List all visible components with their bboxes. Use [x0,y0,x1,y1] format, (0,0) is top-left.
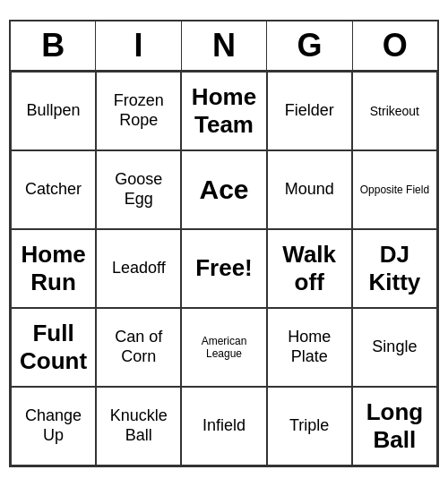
cell-label: Frozen Rope [100,91,177,130]
cell-r1-c4: Opposite Field [352,150,437,229]
cell-label: Catcher [25,180,82,200]
cell-label: Single [372,337,417,357]
cell-label: Ace [199,174,248,206]
cell-label: Home Run [15,241,91,296]
cell-label: Full Count [15,320,91,375]
header-letter: G [267,21,352,70]
cell-r0-c0: Bullpen [11,72,96,150]
cell-r4-c2: Infield [181,387,266,466]
cell-label: Strikeout [370,104,419,119]
cell-label: Opposite Field [360,184,429,196]
cell-label: Infield [202,416,246,436]
cell-label: Home Team [185,83,262,139]
cell-r2-c0: Home Run [11,229,96,308]
header-letter: I [96,21,181,70]
cell-r1-c3: Mound [267,150,352,229]
cell-label: Mound [285,180,334,200]
header-letter: O [353,21,437,70]
cell-r2-c4: DJ Kitty [352,229,437,308]
cell-r4-c3: Triple [267,387,352,466]
cell-label: Change Up [15,406,91,445]
cell-r3-c4: Single [352,308,437,387]
cell-label: Fielder [285,101,334,121]
cell-r4-c4: Long Ball [352,387,437,466]
cell-r2-c3: Walk off [267,229,352,308]
cell-r4-c1: Knuckle Ball [96,387,181,466]
cell-r0-c1: Frozen Rope [96,72,181,150]
cell-r3-c3: Home Plate [267,308,352,387]
cell-r1-c1: Goose Egg [96,150,181,229]
cell-label: Knuckle Ball [100,406,177,445]
cell-r1-c0: Catcher [11,150,96,229]
cell-r3-c2: American League [181,308,266,387]
cell-label: Bullpen [27,101,81,121]
cell-label: Goose Egg [100,170,177,209]
cell-label: DJ Kitty [357,241,433,296]
bingo-header: BINGO [11,21,437,72]
cell-label: Leadoff [112,259,166,278]
header-letter: B [11,21,96,70]
cell-label: Home Plate [271,328,348,366]
cell-r3-c1: Can of Corn [96,308,181,387]
cell-r2-c1: Leadoff [96,229,181,308]
cell-r1-c2: Ace [181,150,266,229]
cell-r0-c2: Home Team [181,72,266,150]
bingo-grid: BullpenFrozen RopeHome TeamFielderStrike… [11,72,437,466]
cell-r0-c4: Strikeout [352,72,437,150]
cell-label: Long Ball [357,398,433,454]
cell-r3-c0: Full Count [11,308,96,387]
cell-label: Walk off [271,241,348,296]
bingo-card: BINGO BullpenFrozen RopeHome TeamFielder… [9,20,439,467]
cell-label: Free! [195,254,253,282]
cell-r0-c3: Fielder [267,72,352,150]
cell-label: Triple [289,416,329,436]
cell-r2-c2: Free! [181,229,266,308]
cell-label: American League [185,335,262,361]
cell-label: Can of Corn [100,328,177,366]
cell-r4-c0: Change Up [11,387,96,466]
header-letter: N [182,21,267,70]
